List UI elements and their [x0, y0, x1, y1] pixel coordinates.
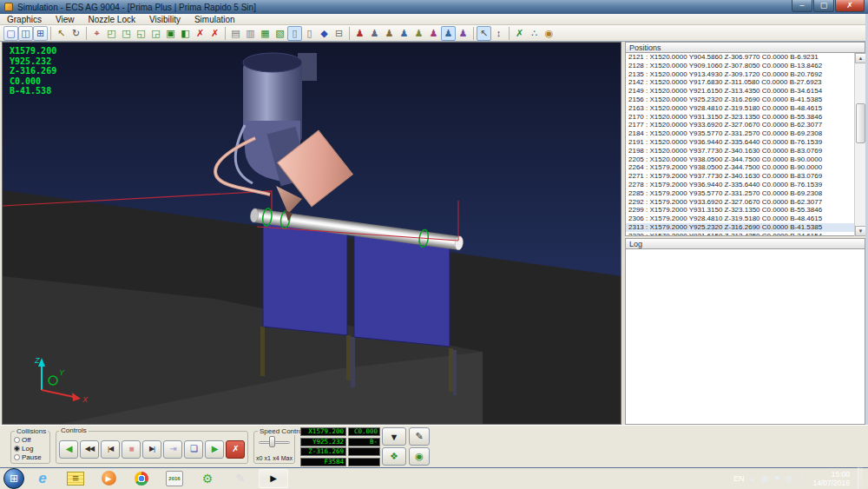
- menu-view[interactable]: View: [49, 14, 82, 24]
- step-end-button[interactable]: ▶|: [142, 440, 161, 459]
- lock-view-icon[interactable]: ◉: [542, 26, 556, 41]
- machine-pose-park-icon[interactable]: ♟: [367, 26, 382, 41]
- position-row[interactable]: 2149 : X1520.0000 Y921.6150 Z-313.4350 C…: [626, 87, 865, 96]
- toolbar-separator[interactable]: [473, 27, 474, 40]
- view-quad-icon[interactable]: ⊞: [33, 26, 48, 41]
- maximize-button[interactable]: ▢: [813, 0, 834, 12]
- machine-pose-config-icon[interactable]: ♟: [456, 26, 470, 41]
- position-row[interactable]: 2128 : X1520.0000 Y909.1060 Z-307.8050 C…: [626, 62, 865, 70]
- fast-rewind-button[interactable]: ◀◀: [80, 440, 99, 459]
- taskbar-simulator-icon[interactable]: ▶: [259, 469, 288, 488]
- toolbar-separator[interactable]: [86, 27, 87, 40]
- machine-pose-pallet-icon[interactable]: ♟: [426, 26, 441, 41]
- position-row[interactable]: 2177 : X1520.0000 Y933.6920 Z-327.0670 C…: [626, 121, 865, 129]
- taskbar-notes-icon[interactable]: ≡: [61, 469, 90, 488]
- taskbar-ie-icon[interactable]: e: [28, 469, 57, 488]
- position-row[interactable]: 2292 : X1579.2000 Y933.6920 Z-327.0670 C…: [626, 198, 865, 207]
- radio-dot[interactable]: [14, 454, 20, 460]
- minimize-button[interactable]: –: [792, 0, 812, 12]
- toolbar-separator[interactable]: [349, 27, 350, 40]
- taskbar-paint-icon[interactable]: ✎: [226, 469, 255, 488]
- position-row[interactable]: 2278 : X1579.2000 Y936.9440 Z-335.6440 C…: [626, 181, 865, 189]
- nozzle-view-button[interactable]: ▼: [382, 427, 406, 446]
- machine-pose-load-icon[interactable]: ♟: [382, 26, 397, 41]
- axes-origin-icon[interactable]: ⌖: [89, 26, 104, 41]
- show-part-icon[interactable]: ▦: [258, 26, 273, 41]
- machine-pose-sim-icon[interactable]: ♟: [441, 26, 456, 41]
- play-reverse-button[interactable]: ◀: [59, 440, 78, 459]
- menu-visibility[interactable]: Visibility: [142, 14, 187, 24]
- menu-graphics[interactable]: Graphics: [0, 14, 49, 24]
- path-points-icon[interactable]: ∴: [527, 26, 542, 41]
- show-shield-icon[interactable]: ◆: [317, 26, 332, 41]
- position-row[interactable]: 2135 : X1520.0000 Y913.4930 Z-309.1720 C…: [626, 70, 865, 79]
- position-row[interactable]: 2191 : X1520.0000 Y936.9440 Z-335.6440 C…: [626, 138, 865, 147]
- pick-move-icon[interactable]: ↕: [491, 26, 506, 41]
- move-part-button[interactable]: ❖: [382, 447, 406, 466]
- position-row[interactable]: 2163 : X1520.0000 Y928.4810 Z-319.5180 C…: [626, 104, 865, 113]
- position-row[interactable]: 2264 : X1579.2000 Y938.0500 Z-344.7500 C…: [626, 163, 865, 172]
- abort-button[interactable]: ✗: [226, 440, 245, 459]
- show-stock-icon[interactable]: ▧: [273, 26, 287, 41]
- clear-all-icon[interactable]: ✗: [207, 26, 222, 41]
- machine-pose-probe-icon[interactable]: ♟: [397, 26, 411, 41]
- view-single-icon[interactable]: ▢: [3, 26, 18, 41]
- run-to-cursor-button[interactable]: ⇥: [163, 440, 182, 459]
- view-front-icon[interactable]: ◰: [104, 26, 119, 41]
- hidden-icons-chevron[interactable]: ▴: [747, 474, 757, 483]
- position-row[interactable]: 2306 : X1579.2000 Y928.4810 Z-319.5180 C…: [626, 215, 865, 223]
- positions-list[interactable]: 2121 : X1520.0000 Y904.5860 Z-306.9770 C…: [625, 53, 865, 236]
- show-tube-icon[interactable]: ⊟: [332, 26, 346, 41]
- view-right-icon[interactable]: ◲: [148, 26, 163, 41]
- start-button[interactable]: ⊞: [3, 468, 24, 489]
- taskbar-media-icon[interactable]: ▶: [94, 469, 123, 488]
- view-top-icon[interactable]: ▣: [163, 26, 178, 41]
- tray-flag-icon[interactable]: ⚑: [772, 474, 781, 483]
- toolbar-separator[interactable]: [509, 27, 510, 40]
- clock[interactable]: 15:00 14/07/2016: [812, 470, 850, 487]
- position-row[interactable]: 2285 : X1579.2000 Y935.5770 Z-331.2570 C…: [626, 189, 865, 198]
- marker-button[interactable]: ◉: [409, 447, 430, 466]
- menu-nozzle-lock[interactable]: Nozzle Lock: [82, 14, 142, 24]
- taskbar-calendar-2016-icon[interactable]: 2016: [160, 469, 189, 488]
- taskbar-cam-app-icon[interactable]: ⚙: [193, 469, 222, 488]
- close-button[interactable]: ✗: [835, 0, 865, 12]
- play-button[interactable]: ▶: [205, 440, 224, 459]
- step-begin-button[interactable]: |◀: [101, 440, 120, 459]
- show-nozzle-icon[interactable]: ▯: [287, 26, 302, 41]
- select-cursor-icon[interactable]: ↖: [54, 26, 69, 41]
- orbit-view-icon[interactable]: ↻: [69, 26, 83, 41]
- language-indicator[interactable]: EN: [733, 474, 745, 483]
- machine-pose-home-icon[interactable]: ♟: [352, 26, 367, 41]
- tray-grid-icon[interactable]: ▦: [760, 474, 769, 483]
- position-row[interactable]: 2142 : X1520.0000 Y917.6830 Z-311.0580 C…: [626, 78, 865, 87]
- position-row[interactable]: 2271 : X1579.2000 Y937.7730 Z-340.1630 C…: [626, 172, 865, 181]
- position-row[interactable]: 2170 : X1520.0000 Y931.3150 Z-323.1350 C…: [626, 113, 865, 122]
- toolbar-separator[interactable]: [225, 27, 226, 40]
- menu-simulation[interactable]: Simulation: [187, 14, 242, 24]
- machine-pose-tool-icon[interactable]: ♟: [411, 26, 426, 41]
- run-block-button[interactable]: ❏: [184, 440, 203, 459]
- position-row[interactable]: 2184 : X1520.0000 Y935.5770 Z-331.2570 C…: [626, 129, 865, 138]
- position-row[interactable]: 2121 : X1520.0000 Y904.5860 Z-306.9770 C…: [626, 53, 865, 62]
- pick-point-icon[interactable]: ↖: [477, 26, 491, 41]
- taskbar-chrome-icon[interactable]: [127, 469, 156, 488]
- radio-dot-selected[interactable]: [14, 446, 20, 452]
- position-row[interactable]: 2205 : X1520.0000 Y938.0500 Z-344.7500 C…: [626, 155, 865, 164]
- stop-button[interactable]: ■: [122, 440, 141, 459]
- scrollbar-thumb[interactable]: [856, 103, 865, 143]
- view-iso-icon[interactable]: ◧: [178, 26, 193, 41]
- position-row[interactable]: 2156 : X1520.0000 Y925.2320 Z-316.2690 C…: [626, 96, 865, 104]
- log-body[interactable]: [625, 249, 865, 425]
- tray-volume-icon[interactable]: ♪: [796, 474, 806, 483]
- clear-trace-icon[interactable]: ✗: [193, 26, 207, 41]
- title-bar[interactable]: Simulation - ECS AG 9004 - [Prima Plus |…: [0, 0, 868, 14]
- radio-dot[interactable]: [14, 437, 20, 443]
- tray-network-icon[interactable]: ▥: [784, 474, 793, 483]
- show-table-icon[interactable]: ▥: [243, 26, 258, 41]
- toolbar-separator[interactable]: [50, 27, 51, 40]
- view-split-icon[interactable]: ◫: [18, 26, 33, 41]
- viewport-3d[interactable]: X1579.200Y925.232Z-316.269C0.000B-41.538: [2, 42, 621, 425]
- view-left-icon[interactable]: ◱: [134, 26, 148, 41]
- measure-icon[interactable]: ✗: [512, 26, 527, 41]
